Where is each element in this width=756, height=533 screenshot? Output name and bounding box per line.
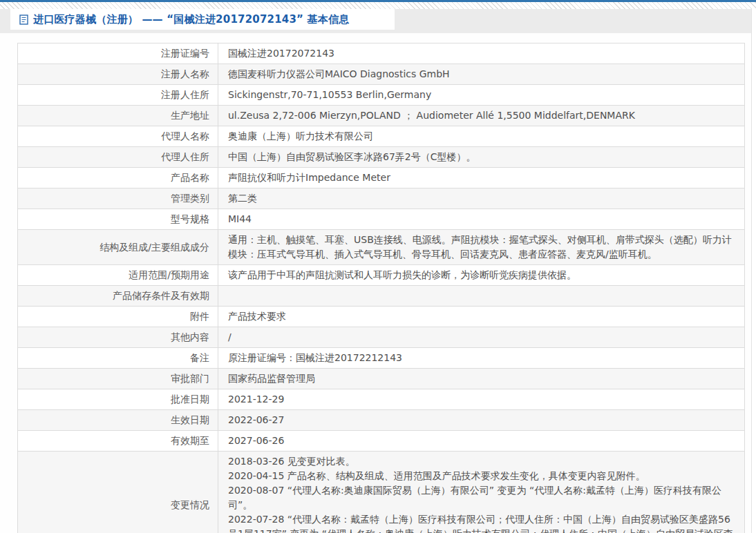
table-row: 代理人名称 奥迪康（上海）听力技术有限公司 (18, 126, 745, 147)
table-row: 注册人名称 德国麦科听力仪器公司MAICO Diagnostics GmbH (18, 64, 745, 85)
title-tab: 进口医疗器械（注册） —— “国械注进20172072143” 基本信息 (10, 9, 395, 30)
field-value: 德国麦科听力仪器公司MAICO Diagnostics GmbH (218, 64, 745, 85)
field-label: 变更情况 (18, 452, 218, 533)
field-label: 型号规格 (18, 209, 218, 230)
field-value: 声阻抗仪和听力计Impedance Meter (218, 168, 745, 188)
table-row: 产品名称 声阻抗仪和听力计Impedance Meter (18, 168, 745, 188)
table-row: 批准日期 2021-12-29 (18, 389, 745, 410)
registration-info-table: 注册证编号 国械注进20172072143 注册人名称 德国麦科听力仪器公司MA… (17, 43, 745, 533)
table-row: 审批部门 国家药品监督管理局 (18, 369, 745, 389)
field-label: 注册人住所 (18, 85, 218, 106)
field-label: 备注 (18, 348, 218, 369)
field-value: 2021-12-29 (218, 389, 745, 410)
table-row: 其他内容 / (18, 327, 745, 348)
header-bar: 进口医疗器械（注册） —— “国械注进20172072143” 基本信息 (0, 9, 751, 33)
table-row: 备注 原注册证编号：国械注进20172212143 (18, 348, 745, 369)
table-row: 代理人住所 中国（上海）自由贸易试验区李冰路67弄2号（C型楼）。 (18, 147, 745, 168)
field-value: / (218, 327, 745, 348)
field-label: 其他内容 (18, 327, 218, 348)
field-value: 奥迪康（上海）听力技术有限公司 (218, 126, 745, 147)
field-label: 产品名称 (18, 168, 218, 188)
info-table-body: 注册证编号 国械注进20172072143 注册人名称 德国麦科听力仪器公司MA… (18, 43, 745, 533)
table-row: 适用范围/预期用途 该产品用于中耳的声阻抗测试和人耳听力损失的诊断，为诊断听觉疾… (18, 265, 745, 286)
field-label: 产品储存条件及有效期 (18, 286, 218, 307)
top-stripe-decoration (0, 2, 756, 9)
field-value: ul.Zeusa 2,72-006 Mierzyn,POLAND ； Audio… (218, 106, 745, 126)
registration-info-table-wrap: 注册证编号 国械注进20172072143 注册人名称 德国麦科听力仪器公司MA… (17, 43, 745, 533)
field-label: 生效日期 (18, 410, 218, 431)
table-row: 注册证编号 国械注进20172072143 (18, 43, 745, 64)
field-value: 产品技术要求 (218, 307, 745, 327)
page-container: 进口医疗器械（注册） —— “国械注进20172072143” 基本信息 注册证… (0, 9, 752, 533)
field-label: 代理人住所 (18, 147, 218, 168)
field-value: 2018-03-26 见变更对比表。 2020-04-15 产品名称、结构及组成… (218, 452, 745, 533)
page-title: 进口医疗器械（注册） —— “国械注进20172072143” 基本信息 (33, 13, 349, 26)
field-label: 适用范围/预期用途 (18, 265, 218, 286)
field-label: 管理类别 (18, 188, 218, 209)
field-value (218, 286, 745, 307)
table-row: 结构及组成/主要组成成分 通用：主机、触摸笔、耳塞、USB连接线、电源线。声阻抗… (18, 230, 745, 265)
field-value: MI44 (218, 209, 745, 230)
field-value: 国械注进20172072143 (218, 43, 745, 64)
field-value: Sickingenstr,70-71,10553 Berlin,Germany (218, 85, 745, 106)
field-label: 结构及组成/主要组成成分 (18, 230, 218, 265)
field-value: 原注册证编号：国械注进20172212143 (218, 348, 745, 369)
field-value: 中国（上海）自由贸易试验区李冰路67弄2号（C型楼）。 (218, 147, 745, 168)
field-value: 第二类 (218, 188, 745, 209)
field-value: 2022-06-27 (218, 410, 745, 431)
table-row: 产品储存条件及有效期 (18, 286, 745, 307)
table-row: 生产地址 ul.Zeusa 2,72-006 Mierzyn,POLAND ； … (18, 106, 745, 126)
document-icon (19, 14, 28, 25)
table-row: 管理类别 第二类 (18, 188, 745, 209)
field-label: 审批部门 (18, 369, 218, 389)
table-row: 有效期至 2027-06-26 (18, 431, 745, 452)
field-value: 该产品用于中耳的声阻抗测试和人耳听力损失的诊断，为诊断听觉疾病提供依据。 (218, 265, 745, 286)
field-value: 2027-06-26 (218, 431, 745, 452)
field-label: 生产地址 (18, 106, 218, 126)
field-label: 注册人名称 (18, 64, 218, 85)
table-row: 生效日期 2022-06-27 (18, 410, 745, 431)
field-value: 国家药品监督管理局 (218, 369, 745, 389)
field-label: 附件 (18, 307, 218, 327)
field-label: 代理人名称 (18, 126, 218, 147)
table-row: 附件 产品技术要求 (18, 307, 745, 327)
field-value: 通用：主机、触摸笔、耳塞、USB连接线、电源线。声阻抗模块：握笔式探头、对侧耳机… (218, 230, 745, 265)
table-row: 型号规格 MI44 (18, 209, 745, 230)
table-row: 变更情况 2018-03-26 见变更对比表。 2020-04-15 产品名称、… (18, 452, 745, 533)
field-label: 注册证编号 (18, 43, 218, 64)
field-label: 有效期至 (18, 431, 218, 452)
field-label: 批准日期 (18, 389, 218, 410)
table-row: 注册人住所 Sickingenstr,70-71,10553 Berlin,Ge… (18, 85, 745, 106)
